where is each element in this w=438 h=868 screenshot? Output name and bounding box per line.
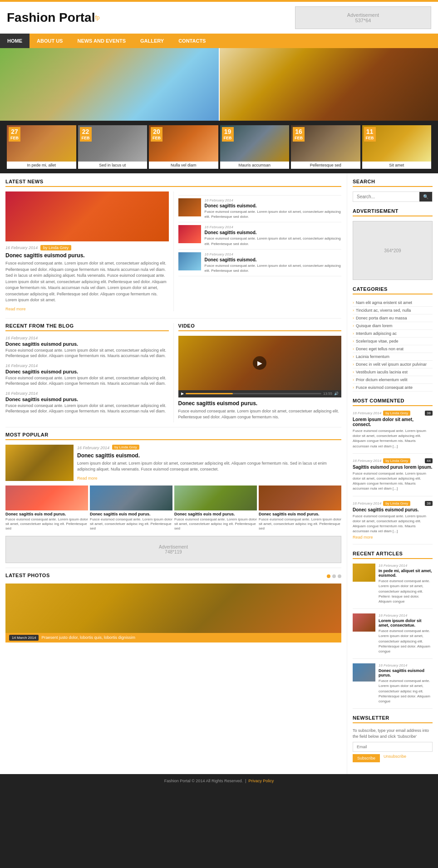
categories-section: CATEGORIES Nam elit agma eristent sit am… <box>353 286 433 392</box>
search-input[interactable] <box>353 192 419 201</box>
ra-text-0: Fusce euismod consequat ante. Lorem ipsu… <box>379 579 433 604</box>
popular-grid-img-2 <box>174 485 257 510</box>
small-news-thumb-0 <box>178 198 201 216</box>
ra-date-2: 16 February 2014 <box>379 663 433 667</box>
mid-ad-banner: Advertisement 748*119 <box>5 536 341 563</box>
category-1[interactable]: Tincidunt ac, viverra sed, nulla <box>353 307 433 314</box>
recent-article-1: 16 February 2014 Lorem ipsum dolor sit a… <box>353 613 433 659</box>
hero-section <box>0 48 438 121</box>
footer-privacy-link[interactable]: Privacy Policy <box>248 779 274 783</box>
blog-item-0: 16 February 2014 Donec sagittis euismod … <box>5 336 169 359</box>
category-7[interactable]: Lacinia fermentum <box>353 353 433 361</box>
photos-dot-0[interactable] <box>327 574 330 578</box>
search-button[interactable]: 🔍 <box>419 192 432 201</box>
commented-count-2: 38 <box>425 501 433 506</box>
ra-title-2: Donec sagittis euismod purus. <box>379 668 433 677</box>
thumbnail-5[interactable]: 11FEB Sit amet <box>362 125 432 169</box>
popular-grid-text-3: Fusce euismod consequat ante. Lorem ipsu… <box>259 517 341 531</box>
small-news-list: 16 February 2014 Donec sagittis euismod.… <box>178 195 342 276</box>
category-0[interactable]: Nam elit agma eristent sit amet <box>353 299 433 307</box>
ra-text-2: Fusce euismod consequat ante. Lorem ipsu… <box>379 678 433 704</box>
category-11[interactable]: Fusce euismod consequat ante <box>353 384 433 392</box>
sidebar-ad-section: ADVERTISEMENT 364*209 <box>353 208 433 280</box>
commented-author-1: by Linda Grey <box>383 458 410 463</box>
blog-video-row: RECENT FROM THE BLOG 16 February 2014 Do… <box>5 318 341 422</box>
popular-main-item: 16 February 2014 by Linda Grey Donec sag… <box>5 445 341 481</box>
thumbnail-0[interactable]: 27FEB In pede mi, allet <box>7 125 76 169</box>
thumb-date-5: 11FEB <box>364 127 376 142</box>
commented-count-1: 44 <box>425 458 433 463</box>
unsubscribe-link[interactable]: Unsubscribe <box>384 754 406 762</box>
category-2[interactable]: Donec porta diam eu massa <box>353 314 433 322</box>
blog-title-1: Donec sagittis euismod purus. <box>5 369 169 374</box>
small-news-info-0: 16 February 2014 Donec sagittis euismod.… <box>205 198 342 219</box>
category-4[interactable]: Interdum adipiscing ac <box>353 330 433 338</box>
popular-read-more[interactable]: Read more <box>77 476 98 481</box>
newsletter-email-input[interactable] <box>353 742 433 752</box>
small-news-thumb-1 <box>178 225 201 243</box>
nav-home[interactable]: HOME <box>0 34 30 48</box>
play-button[interactable]: ▶ <box>253 356 266 370</box>
hero-image-left <box>0 48 219 121</box>
recent-articles-header: RECENT ARTICLES <box>353 551 433 559</box>
nav-gallery[interactable]: GALLERY <box>133 34 171 48</box>
commented-1: 16 February 2014 by Linda Grey 44 Sagitt… <box>353 458 433 496</box>
nav-contacts[interactable]: CONTACTS <box>171 34 213 48</box>
popular-grid-title-1: Donec sagittis euis mod purus. <box>90 512 172 516</box>
category-8[interactable]: Donec in velit vel ipsum auctor pulvinar <box>353 361 433 368</box>
popular-grid-img-1 <box>90 485 172 510</box>
nav-news[interactable]: NEWS AND EVENTS <box>70 34 133 48</box>
video-progress-bar[interactable] <box>186 393 321 394</box>
category-9[interactable]: Vestibulum iaculis lacinia est <box>353 368 433 376</box>
category-5[interactable]: Scelerisque vitae, pede <box>353 338 433 345</box>
small-news-1: 16 February 2014 Donec sagittis euismod.… <box>178 222 342 249</box>
popular-main-author: by Linda Grey <box>112 445 139 450</box>
photos-dot-2[interactable] <box>338 574 341 578</box>
most-commented-section: MOST COMMENTED 16 February 2014 by Linda… <box>353 398 433 544</box>
commented-2: 16 February 2014 by Linda Grey 38 Donec … <box>353 501 433 545</box>
blog-text-2: Fusce euismod consequat ante. Lorem ipsu… <box>5 403 169 414</box>
popular-section-header: MOST POPULAR <box>5 432 341 440</box>
thumbnails-section: 27FEB In pede mi, allet 22FEB Sed in lac… <box>0 121 438 173</box>
sidebar-ad-header: ADVERTISEMENT <box>353 208 433 216</box>
video-play-ctrl[interactable]: ▶ <box>181 392 184 396</box>
category-3[interactable]: Quisque diam lorem <box>353 322 433 330</box>
thumbnail-4[interactable]: 16FEB Pellentesque sed <box>291 125 360 169</box>
photo-caption: 14 March 2014 Praesent justo dolor, lobo… <box>5 633 341 642</box>
video-volume-ctrl[interactable]: 🔊 <box>334 392 339 396</box>
subscribe-button[interactable]: Subscribe <box>353 754 380 762</box>
blog-date-2: 16 February 2014 <box>5 391 169 396</box>
news-main-title: Donec sagittis euismod purus. <box>5 252 169 259</box>
commented-read-more-2[interactable]: Read more <box>353 535 373 539</box>
category-6[interactable]: Donec eget tellus non erat <box>353 345 433 353</box>
commented-0: 16 February 2014 by Linda Grey 38 Lorem … <box>353 411 433 454</box>
main-content: LATEST NEWS 16 February 2014 by Linda Gr… <box>0 173 438 774</box>
thumb-label-1: Sed in lacus ut <box>78 162 148 169</box>
newsletter-section: NEWSLETTER To subscribe, type your email… <box>353 715 433 762</box>
thumbnail-1[interactable]: 22FEB Sed in lacus ut <box>78 125 148 169</box>
nav-about[interactable]: ABOUT US <box>30 34 70 48</box>
news-read-more[interactable]: Read more <box>5 307 26 311</box>
category-10[interactable]: Prior dictum elementum velit <box>353 376 433 384</box>
most-popular-section: MOST POPULAR 16 February 2014 by Linda G… <box>5 427 341 531</box>
categories-header: CATEGORIES <box>353 286 433 294</box>
video-section-header: VIDEO <box>178 323 342 331</box>
thumb-label-2: Nulla vel diam <box>149 162 218 169</box>
blog-title-0: Donec sagittis euismod purus. <box>5 341 169 347</box>
blog-section-header: RECENT FROM THE BLOG <box>5 323 169 331</box>
recent-articles-section: RECENT ARTICLES 16 February 2014 In pede… <box>353 551 433 709</box>
commented-text-0: Fusce euismod consequat ante. Lorem ipsu… <box>353 428 433 449</box>
video-title: Donec sagittis euismod purus. <box>178 400 342 407</box>
popular-grid-0: Donec sagittis euis mod purus. Fusce eui… <box>5 485 88 531</box>
search-box: 🔍 <box>353 191 433 202</box>
news-main-date: 16 February 2014 <box>5 245 38 250</box>
popular-grid-title-0: Donec sagittis euis mod purus. <box>5 512 88 516</box>
photos-dot-1[interactable] <box>332 574 336 578</box>
popular-grid-img-0 <box>5 485 88 510</box>
sidebar-ad-banner: 364*209 <box>353 221 433 280</box>
thumbnail-2[interactable]: 20FEB Nulla vel diam <box>149 125 218 169</box>
ra-text-1: Fusce euismod consequat ante. Lorem ipsu… <box>379 628 433 654</box>
thumbnail-3[interactable]: 19FEB Mauris accumsan <box>220 125 290 169</box>
commented-author-0: by Linda Grey <box>383 411 410 416</box>
photo-caption-date: 14 March 2014 <box>9 635 39 641</box>
